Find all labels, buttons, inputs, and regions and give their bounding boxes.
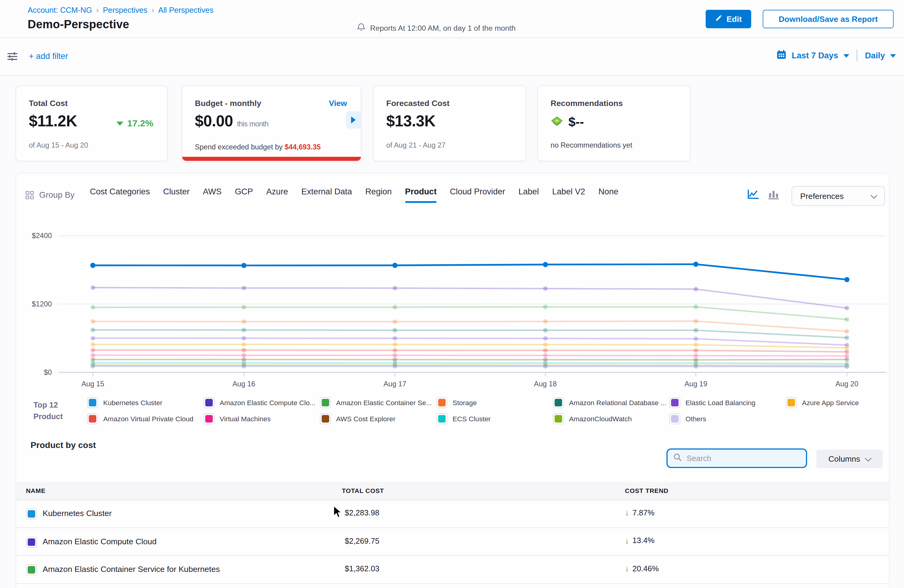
- legend-swatch: [204, 413, 215, 424]
- chevron-down-icon: [871, 192, 877, 198]
- groupby-tab-external-data[interactable]: External Data: [301, 187, 352, 201]
- legend-item-amazon-elastic-container-se[interactable]: Amazon Elastic Container Se...: [320, 397, 436, 408]
- top-bar: Account: CCM-NG › Perspectives › All Per…: [0, 0, 904, 38]
- chart-line-amazon-elastic-compute-cloud: [93, 288, 847, 308]
- chevron-right-icon: ›: [96, 5, 99, 14]
- legend-item-amazoncloudwatch[interactable]: AmazonCloudWatch: [553, 413, 669, 424]
- chart-point-others: [392, 364, 397, 368]
- chart-point-amazon-elastic-container-service-for-kubernetes: [242, 305, 246, 310]
- chart-point-kubernetes-cluster: [90, 263, 95, 268]
- groupby-tab-gcp[interactable]: GCP: [235, 187, 253, 201]
- legend-label: Storage: [453, 398, 477, 407]
- legend-label: Azure App Service: [802, 398, 859, 407]
- groupby-tab-product[interactable]: Product: [405, 187, 436, 203]
- legend-item-kubernetes-cluster[interactable]: Kubernetes Cluster: [87, 397, 204, 408]
- groupby-tab-cloud-provider[interactable]: Cloud Provider: [450, 187, 505, 201]
- groupby-tab-none[interactable]: None: [598, 187, 618, 201]
- breadcrumb-perspectives-link[interactable]: Perspectives: [103, 5, 148, 14]
- perspective-detail-panel: Group By Cost CategoriesClusterAWSGCPAzu…: [16, 173, 890, 588]
- row-total-cost: $2,283.98: [345, 509, 379, 517]
- legend-item-amazon-elastic-compute-clo[interactable]: Amazon Elastic Compute Clo...: [204, 397, 320, 408]
- groupby-tab-azure[interactable]: Azure: [266, 187, 288, 201]
- table-header: NAME TOTAL COST COST TREND: [16, 482, 889, 501]
- search-input[interactable]: [686, 454, 792, 463]
- column-header-cost-trend[interactable]: COST TREND: [625, 487, 668, 494]
- groupby-tab-label[interactable]: Label: [518, 187, 539, 201]
- groupby-tab-region[interactable]: Region: [365, 187, 392, 201]
- columns-dropdown[interactable]: Columns: [816, 449, 882, 468]
- legend-item-ecs-cluster[interactable]: ECS Cluster: [436, 413, 553, 424]
- chart-point-storage: [844, 329, 849, 334]
- total-cost-card: Total Cost $11.2K 17.2% of Aug 15 - Aug …: [16, 85, 168, 161]
- triangle-down-icon: [116, 122, 123, 125]
- chart-point-kubernetes-cluster: [693, 261, 699, 267]
- chart-point-virtual-machines: [543, 353, 548, 358]
- bar-chart-toggle-icon[interactable]: [768, 189, 779, 202]
- column-header-total-cost[interactable]: TOTAL COST: [342, 487, 384, 494]
- groupby-tab-cluster[interactable]: Cluster: [163, 187, 190, 201]
- chart-point-amazon-elastic-compute-cloud: [543, 286, 548, 291]
- legend-item-amazon-virtual-private-cloud[interactable]: Amazon Virtual Private Cloud: [87, 413, 204, 424]
- preferences-label: Preferences: [800, 191, 844, 201]
- budget-title: Budget - monthly: [195, 99, 261, 108]
- legend-label: Kubernetes Cluster: [103, 398, 163, 407]
- breadcrumb-all-perspectives-link[interactable]: All Perspectives: [158, 5, 213, 14]
- table-row-amazon-elastic-container-service-for-kubernetes[interactable]: Amazon Elastic Container Service for Kub…: [16, 556, 889, 584]
- budget-value: $0.00this month: [195, 112, 268, 130]
- total-cost-delta: 17.2%: [116, 118, 153, 128]
- chart-point-storage: [694, 319, 698, 324]
- forecasted-cost-card: Forecasted Cost $13.3K of Aug 21 - Aug 2…: [373, 85, 526, 161]
- chart-line-amazon-virtual-private-cloud: [93, 350, 847, 352]
- groupby-tab-aws[interactable]: AWS: [203, 187, 222, 201]
- table-row-kubernetes-cluster[interactable]: Kubernetes Cluster$2,283.98↓7.87%: [16, 499, 889, 528]
- legend-label: Others: [686, 415, 706, 423]
- legend-item-azure-app-service[interactable]: Azure App Service: [786, 397, 902, 408]
- legend-swatch: [436, 397, 447, 408]
- budget-expand-button[interactable]: [346, 111, 361, 128]
- legend-label: Elastic Load Balancing: [686, 398, 755, 407]
- legend-item-others[interactable]: Others: [669, 413, 785, 424]
- chart-point-amazon-virtual-private-cloud: [90, 348, 95, 352]
- download-save-report-button[interactable]: Download/Save as Report: [763, 10, 894, 28]
- edit-button[interactable]: Edit: [706, 10, 751, 28]
- line-chart-toggle-icon[interactable]: [747, 189, 760, 202]
- legend-item-virtual-machines[interactable]: Virtual Machines: [204, 413, 320, 424]
- legend-label: Amazon Elastic Compute Clo...: [220, 398, 315, 407]
- chart-line-kubernetes-cluster: [93, 264, 847, 280]
- granularity-selector[interactable]: Daily: [865, 51, 885, 60]
- breadcrumb-account-link[interactable]: Account: CCM-NG: [28, 5, 92, 14]
- filter-sliders-icon[interactable]: [7, 51, 18, 64]
- legend-item-amazon-relational-database[interactable]: Amazon Relational Database ...: [553, 397, 669, 408]
- legend-swatch: [553, 397, 564, 408]
- divider: [857, 49, 858, 61]
- groupby-tab-label-v2[interactable]: Label V2: [552, 187, 585, 201]
- date-range-selector[interactable]: Last 7 Days: [792, 51, 838, 60]
- budget-progress-bar: [182, 157, 361, 161]
- budget-exceeded-text: Spend exceeded budget by $44,693.35: [195, 143, 321, 151]
- ccm-perspective-page: Account: CCM-NG › Perspectives › All Per…: [0, 0, 904, 588]
- chart-point-storage: [242, 319, 246, 324]
- chart-point-elastic-load-balancing: [90, 336, 95, 340]
- budget-view-link[interactable]: View: [329, 99, 347, 108]
- table-row-amazon-elastic-compute-cloud[interactable]: Amazon Elastic Compute Cloud$2,269.75↓13…: [16, 528, 889, 556]
- chart-point-amazon-elastic-compute-cloud: [694, 287, 698, 291]
- add-filter-button[interactable]: + add filter: [29, 51, 68, 60]
- groupby-tab-cost-categories[interactable]: Cost Categories: [90, 187, 150, 201]
- grid-icon: [25, 191, 34, 202]
- column-header-name[interactable]: NAME: [26, 487, 46, 494]
- chevron-down-icon: [890, 54, 896, 57]
- legend-label: Amazon Relational Database ...: [569, 398, 666, 407]
- svg-text:Aug 20: Aug 20: [835, 380, 858, 388]
- chart-point-storage: [90, 319, 95, 324]
- filter-bar: + add filter Last 7 Days Daily: [0, 38, 904, 75]
- legend-item-elastic-load-balancing[interactable]: Elastic Load Balancing: [669, 397, 785, 408]
- row-color-swatch: [26, 536, 37, 547]
- row-cost-trend: ↓20.46%: [625, 564, 659, 573]
- legend-swatch: [669, 413, 680, 424]
- legend-item-aws-cost-explorer[interactable]: AWS Cost Explorer: [320, 413, 436, 424]
- legend-item-storage[interactable]: Storage: [436, 397, 553, 408]
- chart-point-others: [694, 364, 698, 369]
- total-cost-title: Total Cost: [29, 99, 68, 108]
- trend-value: 20.46%: [632, 564, 659, 572]
- preferences-dropdown[interactable]: Preferences: [792, 186, 885, 206]
